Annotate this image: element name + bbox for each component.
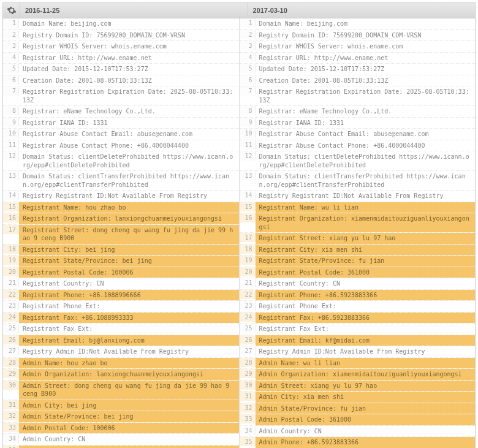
diff-line[interactable]: 7Registrar Registration Expiration Date:… bbox=[3, 86, 239, 106]
diff-line[interactable]: 25Registrant Fax Ext: bbox=[240, 324, 476, 335]
diff-line[interactable]: 13Domain Status: clientTransferProhibite… bbox=[240, 171, 476, 191]
line-text: Registrant Street: xiang yu lu 97 hao bbox=[256, 233, 476, 244]
diff-line[interactable]: 8Registrar: eName Technology Co.,Ltd. bbox=[3, 106, 239, 118]
diff-line[interactable]: 2Registry Domain ID: 75699200_DOMAIN_COM… bbox=[240, 30, 476, 42]
diff-line[interactable]: 3Registrar WHOIS Server: whois.ename.com bbox=[3, 41, 239, 53]
line-number: 14 bbox=[3, 191, 19, 200]
line-number: 20 bbox=[240, 267, 256, 276]
diff-line[interactable]: 28Admin Name: wu li lian bbox=[240, 358, 476, 370]
diff-line[interactable]: 16Registrant Organization: xiamenmidaito… bbox=[240, 213, 476, 233]
diff-line[interactable]: 18Registrant City: xia men shi bbox=[240, 245, 476, 256]
diff-line[interactable]: 27Registry Admin ID:Not Available From R… bbox=[240, 346, 476, 358]
line-text: Registrant City: xia men shi bbox=[256, 245, 476, 256]
diff-line[interactable]: 12Domain Status: clientDeleteProhibited … bbox=[3, 151, 239, 171]
line-text: Domain Name: beijing.com bbox=[256, 18, 476, 29]
diff-line[interactable]: 35Admin Phone: +86.1088996666 bbox=[3, 446, 239, 449]
line-number: 32 bbox=[3, 411, 19, 420]
diff-line[interactable]: 1Domain Name: beijing.com bbox=[3, 18, 239, 30]
left-pane[interactable]: 1Domain Name: beijing.com2Registry Domai… bbox=[3, 18, 240, 448]
diff-line[interactable]: 35Admin Phone: +86.5923883366 bbox=[240, 437, 476, 448]
diff-line[interactable]: 34Admin Country: CN bbox=[240, 426, 476, 438]
diff-line[interactable]: 28Admin Name: hou zhao bo bbox=[3, 358, 239, 370]
line-text: Registrar WHOIS Server: whois.ename.com bbox=[256, 41, 476, 52]
diff-line[interactable]: 17Registrant Street: xiang yu lu 97 hao bbox=[240, 233, 476, 245]
diff-line[interactable]: 3Registrar WHOIS Server: whois.ename.com bbox=[240, 41, 476, 53]
right-pane[interactable]: 1Domain Name: beijing.com2Registry Domai… bbox=[240, 18, 476, 448]
line-number: 30 bbox=[3, 381, 19, 390]
line-number: 10 bbox=[3, 129, 19, 138]
diff-line[interactable]: 4Registrar URL: http://www.ename.net bbox=[3, 53, 239, 64]
diff-line[interactable]: 20Registrant Postal Code: 361000 bbox=[240, 267, 476, 279]
left-header[interactable]: 2016-11-25 bbox=[20, 3, 248, 18]
diff-line[interactable]: 5Updated Date: 2015-12-10T17:53:27Z bbox=[240, 64, 476, 75]
line-text: Registrant City: bei jing bbox=[19, 245, 239, 256]
diff-line[interactable]: 26Registrant Email: bj@lanxiong.com bbox=[3, 335, 239, 347]
diff-line[interactable]: 30Admin Street: xiang yu lu 97 hao bbox=[240, 381, 476, 392]
diff-line[interactable]: 13Domain Status: clientTransferProhibite… bbox=[3, 171, 239, 191]
diff-line[interactable]: 16Registrant Organization: lanxiongchuan… bbox=[3, 213, 239, 225]
settings-button[interactable] bbox=[3, 3, 20, 18]
diff-line[interactable]: 15Registrant Name: wu li lian bbox=[240, 202, 476, 214]
diff-line[interactable]: 23Registrant Phone Ext: bbox=[240, 301, 476, 313]
diff-line[interactable]: 26Registrant Email: kf@midai.com bbox=[240, 335, 476, 347]
diff-line[interactable]: 2Registry Domain ID: 75699200_DOMAIN_COM… bbox=[3, 30, 239, 42]
line-number: 28 bbox=[240, 358, 256, 367]
diff-line[interactable]: 14Registry Registrant ID:Not Available F… bbox=[3, 191, 239, 202]
right-header[interactable]: 2017-03-10 bbox=[248, 3, 476, 18]
diff-line[interactable]: 8Registrar: eName Technology Co.,Ltd. bbox=[240, 106, 476, 118]
diff-line[interactable]: 24Registrant Fax: +86.5923883366 bbox=[240, 313, 476, 324]
diff-line[interactable]: 20Registrant Postal Code: 100006 bbox=[3, 267, 239, 279]
line-text: Registrant Email: bj@lanxiong.com bbox=[19, 335, 239, 346]
line-number: 12 bbox=[3, 151, 19, 161]
diff-line[interactable]: 7Registrar Registration Expiration Date:… bbox=[240, 86, 476, 106]
diff-line[interactable]: 14Registry Registrant ID:Not Available F… bbox=[240, 191, 476, 202]
line-text: Registrant Email: kf@midai.com bbox=[256, 335, 476, 346]
diff-line[interactable]: 21Registrant Country: CN bbox=[240, 278, 476, 290]
diff-line[interactable]: 9Registrar IANA ID: 1331 bbox=[3, 118, 239, 129]
diff-line[interactable]: 32Admin State/Province: fu jian bbox=[240, 403, 476, 415]
diff-line[interactable]: 11Registrar Abuse Contact Phone: +86.400… bbox=[240, 140, 476, 152]
diff-line[interactable]: 15Registrant Name: hou zhao bo bbox=[3, 202, 239, 214]
line-number: 4 bbox=[3, 53, 19, 62]
diff-line[interactable]: 31Admin City: bei jing bbox=[3, 400, 239, 412]
column-headers: 2016-11-25 2017-03-10 bbox=[20, 3, 475, 18]
diff-line[interactable]: 24Registrant Fax: +86.1088993333 bbox=[3, 313, 239, 324]
diff-line[interactable]: 23Registrant Phone Ext: bbox=[3, 301, 239, 313]
diff-line[interactable]: 10Registrar Abuse Contact Email: abuse@e… bbox=[240, 129, 476, 140]
line-number: 22 bbox=[3, 290, 19, 299]
diff-line[interactable]: 17Registrant Street: dong cheng qu wang … bbox=[3, 225, 239, 245]
diff-line[interactable]: 1Domain Name: beijing.com bbox=[240, 18, 476, 30]
diff-line[interactable]: 11Registrar Abuse Contact Phone: +86.400… bbox=[3, 140, 239, 152]
diff-line[interactable]: 5Updated Date: 2015-12-10T17:53:27Z bbox=[3, 64, 239, 75]
diff-line[interactable]: 31Admin City: xia men shi bbox=[240, 392, 476, 403]
diff-line[interactable]: 30Admin Street: dong cheng qu wang fu ji… bbox=[3, 381, 239, 400]
diff-line[interactable]: 25Registrant Fax Ext: bbox=[3, 324, 239, 335]
diff-line[interactable]: 9Registrar IANA ID: 1331 bbox=[240, 118, 476, 129]
diff-line[interactable]: 21Registrant Country: CN bbox=[3, 278, 239, 290]
diff-line[interactable]: 4Registrar URL: http://www.ename.net bbox=[240, 53, 476, 64]
line-number: 29 bbox=[240, 369, 256, 378]
diff-line[interactable]: 18Registrant City: bei jing bbox=[3, 245, 239, 256]
diff-line[interactable]: 10Registrar Abuse Contact Email: abuse@e… bbox=[3, 129, 239, 140]
line-number: 15 bbox=[3, 202, 19, 211]
line-number: 15 bbox=[240, 202, 256, 211]
diff-line[interactable]: 6Creation Date: 2001-08-05T10:33:13Z bbox=[240, 75, 476, 87]
diff-line[interactable]: 19Registrant State/Province: bei jing bbox=[3, 256, 239, 267]
line-text: Registrar Abuse Contact Phone: +86.40000… bbox=[19, 140, 239, 151]
diff-line[interactable]: 29Admin Organization: lanxiongchuanmeiyo… bbox=[3, 369, 239, 381]
diff-line[interactable]: 22Registrant Phone: +86.1088996666 bbox=[3, 290, 239, 302]
diff-line[interactable]: 27Registry Admin ID:Not Available From R… bbox=[3, 346, 239, 358]
line-number: 17 bbox=[3, 225, 19, 234]
diff-line[interactable]: 34Admin Country: CN bbox=[3, 434, 239, 446]
diff-line[interactable]: 6Creation Date: 2001-08-05T10:33:13Z bbox=[3, 75, 239, 87]
diff-line[interactable]: 32Admin State/Province: bei jing bbox=[3, 411, 239, 423]
diff-line[interactable]: 22Registrant Phone: +86.5923883366 bbox=[240, 290, 476, 302]
line-text: Admin City: bei jing bbox=[19, 400, 239, 411]
diff-line[interactable]: 19Registrant State/Province: fu jian bbox=[240, 256, 476, 267]
diff-line[interactable]: 33Admin Postal Code: 361000 bbox=[240, 414, 476, 426]
line-number: 6 bbox=[3, 75, 19, 85]
line-number: 19 bbox=[240, 256, 256, 265]
diff-line[interactable]: 12Domain Status: clientDeleteProhibited … bbox=[240, 151, 476, 171]
diff-line[interactable]: 29Admin Organization: xiamenmidaitouzigu… bbox=[240, 369, 476, 381]
diff-line[interactable]: 33Admin Postal Code: 100006 bbox=[3, 423, 239, 435]
